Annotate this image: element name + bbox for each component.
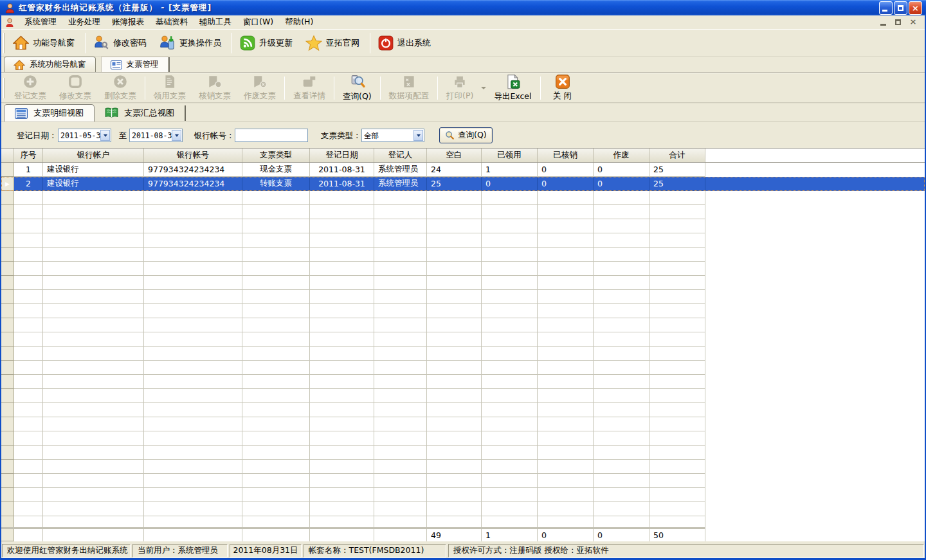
empty-cell — [538, 389, 594, 403]
edit-check-button[interactable]: 修改支票 — [53, 73, 98, 103]
bank-account-input[interactable] — [235, 129, 308, 142]
status-bar: 欢迎使用红管家财务出纳记账系统 当前用户：系统管理员 2011年08月31日 帐… — [1, 543, 925, 558]
menu-basedata[interactable]: 基础资料 — [150, 15, 194, 29]
data-config-button[interactable]: 数据项配置 — [383, 73, 436, 103]
menu-help[interactable]: 帮助(H) — [279, 15, 319, 29]
empty-cell — [427, 389, 482, 403]
nav-window-button[interactable]: 功能导航窗 — [8, 33, 82, 53]
column-header-voided[interactable]: 作废 — [594, 149, 649, 162]
menu-system[interactable]: 系统管理 — [19, 15, 62, 29]
empty-cell — [482, 276, 538, 290]
row-selector — [1, 318, 14, 332]
empty-cell — [538, 332, 594, 347]
empty-cell — [374, 460, 427, 474]
exit-system-button[interactable]: 退出系统 — [373, 33, 439, 53]
void-check-button[interactable]: 作废支票 — [237, 73, 282, 103]
change-password-button[interactable]: 修改密码 — [88, 32, 154, 53]
empty-cell — [43, 233, 144, 248]
menu-reports[interactable]: 账簿报表 — [106, 15, 150, 29]
column-header-index[interactable]: 序号 — [14, 149, 43, 162]
empty-cell — [14, 205, 43, 219]
print-dropdown-arrow[interactable] — [480, 87, 487, 89]
chevron-down-icon[interactable] — [413, 130, 423, 141]
empty-cell — [43, 262, 144, 276]
empty-cell — [242, 219, 310, 233]
empty-cell — [594, 191, 649, 205]
restore-button[interactable] — [894, 1, 907, 15]
empty-cell — [482, 332, 538, 347]
column-header-blank[interactable]: 空白 — [427, 149, 482, 162]
query-button[interactable]: 查询(Q) — [336, 73, 378, 104]
empty-cell — [14, 375, 43, 389]
date-to-combobox[interactable]: 2011-08-31 — [129, 129, 183, 142]
chevron-down-icon[interactable] — [100, 130, 110, 141]
minimize-button[interactable] — [879, 1, 893, 15]
table-row[interactable]: ▶2建设银行977934324234234转账支票2011-08-31系统管理员… — [1, 177, 925, 191]
tab-system-nav[interactable]: 系统功能导航窗 — [4, 57, 96, 72]
date-from-combobox[interactable]: 2011-05-31 — [58, 129, 111, 142]
tab-check-detail-view[interactable]: 支票明细视图 — [4, 104, 95, 122]
column-header-check-type[interactable]: 支票类型 — [242, 149, 310, 162]
tab-check-summary-view[interactable]: 支票汇总视图 — [95, 104, 185, 122]
empty-cell — [649, 431, 705, 446]
writeoff-check-button[interactable]: 核销支票 — [192, 73, 237, 103]
close-panel-button[interactable]: 关 闭 — [543, 73, 583, 103]
empty-cell — [374, 191, 427, 205]
row-selector — [1, 233, 14, 248]
menu-tools[interactable]: 辅助工具 — [194, 15, 237, 29]
row-selector[interactable]: ▶ — [1, 177, 14, 191]
column-header-reg-date[interactable]: 登记日期 — [310, 149, 374, 162]
menu-business[interactable]: 业务处理 — [62, 15, 106, 29]
upgrade-button[interactable]: 升级更新 — [235, 33, 300, 53]
column-header-total[interactable]: 合计 — [649, 149, 705, 162]
official-site-button[interactable]: 亚拓官网 — [300, 32, 367, 54]
column-header-registrar[interactable]: 登记人 — [374, 149, 427, 162]
register-check-button[interactable]: 登记支票 — [8, 73, 53, 103]
toolbar-grip[interactable] — [3, 33, 5, 53]
empty-cell — [310, 276, 374, 290]
empty-row — [1, 290, 925, 304]
empty-cell — [594, 233, 649, 248]
mdi-close-button[interactable]: × — [908, 18, 918, 27]
delete-check-button[interactable]: 删除支票 — [98, 73, 143, 103]
column-header-bank-name[interactable]: 银行帐户 — [43, 149, 144, 162]
toolbar-grip[interactable] — [3, 78, 5, 98]
receive-check-button[interactable]: 领用支票 — [147, 73, 192, 103]
menu-window[interactable]: 窗口(W) — [237, 15, 279, 29]
tab-check-management[interactable]: 支票管理 — [101, 57, 168, 72]
empty-cell — [594, 375, 649, 389]
export-excel-button[interactable]: 导出Excel — [487, 73, 538, 104]
mdi-minimize-button[interactable] — [878, 18, 889, 27]
empty-cell — [649, 248, 705, 262]
menu-person-icon — [5, 17, 15, 28]
grid-cell-bank-name: 建设银行 — [43, 177, 144, 191]
empty-cell — [14, 332, 43, 347]
empty-cell — [310, 347, 374, 361]
chevron-down-icon[interactable] — [172, 130, 181, 141]
print-button[interactable]: 打印(P) — [440, 73, 480, 103]
empty-cell — [427, 262, 482, 276]
empty-cell — [374, 248, 427, 262]
close-button[interactable]: × — [909, 1, 922, 15]
switch-operator-button[interactable]: 更换操作员 — [154, 32, 229, 53]
view-detail-button[interactable]: 查看详情 — [287, 73, 332, 103]
toolbar-separator — [437, 77, 438, 100]
empty-cell — [538, 361, 594, 375]
empty-cell — [242, 474, 310, 488]
empty-cell — [374, 474, 427, 488]
row-selector — [1, 460, 14, 474]
excel-export-icon — [505, 74, 521, 90]
empty-cell — [482, 262, 538, 276]
empty-cell — [144, 403, 242, 417]
table-row[interactable]: 1建设银行977934324234234现金支票2011-08-31系统管理员2… — [1, 163, 925, 177]
filter-query-button[interactable]: 查询(Q) — [439, 127, 493, 143]
empty-cell — [374, 431, 427, 446]
check-type-combobox[interactable]: 全部 — [361, 129, 424, 142]
column-header-written-off[interactable]: 已核销 — [538, 149, 594, 162]
mdi-restore-button[interactable] — [893, 18, 903, 27]
empty-cell — [649, 233, 705, 248]
row-selector[interactable] — [1, 163, 14, 177]
empty-cell — [538, 488, 594, 502]
column-header-bank-account[interactable]: 银行帐号 — [144, 149, 242, 162]
column-header-received[interactable]: 已领用 — [482, 149, 538, 162]
